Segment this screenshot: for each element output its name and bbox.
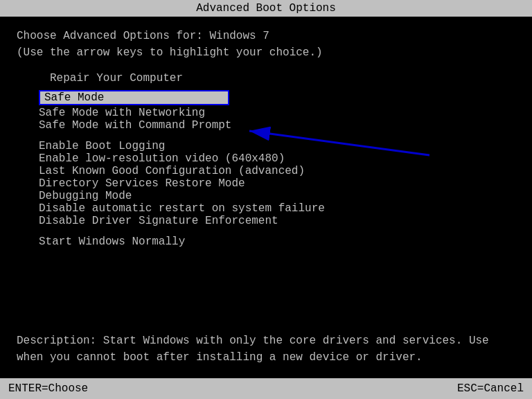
menu-item-last-known[interactable]: Last Known Good Configuration (advanced) [17, 165, 515, 177]
safe-mode-label: Safe Mode [39, 90, 229, 105]
status-bar: ENTER=Choose ESC=Cancel [0, 378, 532, 399]
menu-item-safe-mode-command[interactable]: Safe Mode with Command Prompt [17, 119, 515, 132]
menu-item-directory-services[interactable]: Directory Services Restore Mode [17, 177, 515, 190]
description-line1: Description: Start Windows with only the… [17, 332, 515, 349]
intro-text: Choose Advanced Options for: Windows 7 (… [17, 28, 515, 61]
description-line2: when you cannot boot after installing a … [17, 349, 515, 366]
menu-item-low-res[interactable]: Enable low-resolution video (640x480) [17, 152, 515, 165]
title-bar: Advanced Boot Options [0, 0, 532, 17]
intro-line2: (Use the arrow keys to highlight your ch… [17, 44, 515, 61]
main-content: Choose Advanced Options for: Windows 7 (… [0, 17, 532, 371]
menu-item-disable-driver-sig[interactable]: Disable Driver Signature Enforcement [17, 215, 515, 227]
status-esc: ESC=Cancel [457, 382, 524, 395]
menu-item-safe-mode-networking[interactable]: Safe Mode with Networking [17, 107, 515, 119]
status-enter: ENTER=Choose [8, 382, 88, 395]
menu-item-start-normally[interactable]: Start Windows Normally [17, 236, 515, 248]
menu-item-disable-restart[interactable]: Disable automatic restart on system fail… [17, 202, 515, 215]
description-area: Description: Start Windows with only the… [0, 327, 532, 371]
intro-line1: Choose Advanced Options for: Windows 7 [17, 28, 515, 44]
menu-item-boot-logging[interactable]: Enable Boot Logging [17, 140, 515, 152]
menu-item-safe-mode[interactable]: Safe Mode [17, 90, 515, 105]
menu-item-repair[interactable]: Repair Your Computer [17, 72, 515, 85]
title-text: Advanced Boot Options [196, 2, 336, 15]
menu-item-debugging[interactable]: Debugging Mode [17, 190, 515, 202]
menu-section: Repair Your Computer Safe Mode Safe Mode… [17, 72, 515, 248]
